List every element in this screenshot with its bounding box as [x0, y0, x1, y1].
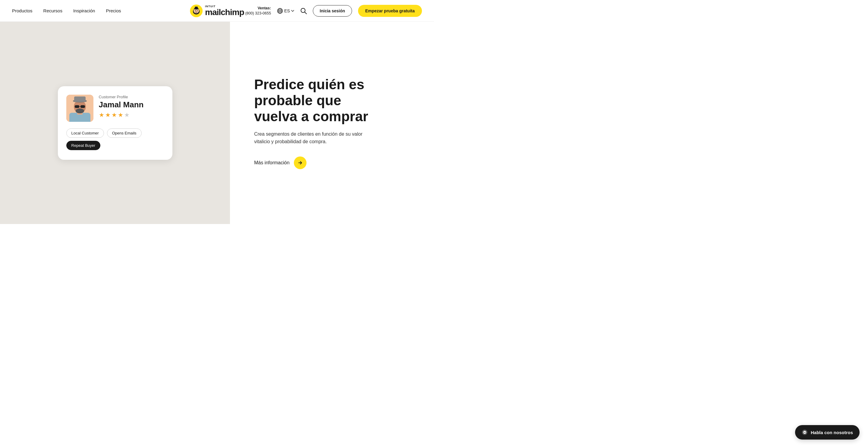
left-panel: Customer Profile Jamal Mann ★ ★ ★ ★ ★ Lo… — [0, 22, 230, 224]
star-4: ★ — [118, 111, 123, 118]
svg-point-4 — [197, 10, 198, 11]
lang-label: ES — [284, 8, 290, 13]
tag-local-customer: Local Customer — [66, 128, 104, 138]
nav-right: Ventas: (800) 323-0655 ES Inicia sesión … — [245, 5, 422, 17]
svg-rect-7 — [195, 7, 198, 9]
login-button[interactable]: Inicia sesión — [313, 5, 352, 17]
star-2: ★ — [105, 111, 111, 118]
right-panel: Predice quién es probable que vuelva a c… — [230, 22, 434, 224]
mailchimp-freddie-icon — [190, 4, 203, 17]
svg-rect-23 — [81, 105, 85, 108]
tag-repeat-buyer: Repeat Buyer — [66, 141, 101, 150]
language-selector[interactable]: ES — [277, 8, 294, 14]
logo-area[interactable]: INTUIT mailchimp — [190, 4, 244, 17]
more-info-link[interactable]: Más información — [254, 156, 410, 169]
avatar — [66, 95, 93, 122]
svg-line-14 — [305, 12, 307, 14]
main-subtext: Crea segmentos de clientes en función de… — [254, 130, 375, 146]
arrow-right-icon — [298, 160, 303, 166]
star-5: ★ — [124, 111, 130, 118]
navbar: Productos Recursos Inspiración Precios I… — [0, 0, 434, 22]
nav-link-productos[interactable]: Productos — [12, 8, 33, 13]
more-info-label: Más información — [254, 160, 289, 166]
card-tags: Local Customer Opens Emails Repeat Buyer — [66, 128, 163, 150]
arrow-circle — [294, 156, 307, 169]
nav-left: Productos Recursos Inspiración Precios — [12, 8, 121, 13]
svg-rect-22 — [75, 105, 79, 108]
star-1: ★ — [99, 111, 104, 118]
globe-icon — [277, 8, 283, 14]
nav-link-recursos[interactable]: Recursos — [43, 8, 62, 13]
main-content: Customer Profile Jamal Mann ★ ★ ★ ★ ★ Lo… — [0, 22, 434, 224]
chevron-down-icon — [291, 10, 294, 12]
phone-info: Ventas: (800) 323-0655 — [245, 6, 271, 16]
svg-point-19 — [76, 109, 84, 113]
card-top: Customer Profile Jamal Mann ★ ★ ★ ★ ★ — [66, 95, 163, 122]
svg-point-5 — [196, 11, 197, 11]
svg-rect-21 — [74, 96, 86, 102]
nav-link-inspiracion[interactable]: Inspiración — [73, 8, 95, 13]
phone-number[interactable]: (800) 323-0655 — [245, 11, 271, 16]
nav-link-precios[interactable]: Precios — [106, 8, 121, 13]
phone-label: Ventas: — [258, 6, 271, 10]
star-rating: ★ ★ ★ ★ ★ — [99, 111, 144, 118]
svg-point-3 — [195, 10, 196, 11]
card-info: Customer Profile Jamal Mann ★ ★ ★ ★ ★ — [99, 95, 144, 119]
tag-opens-emails: Opens Emails — [107, 128, 142, 138]
profile-card: Customer Profile Jamal Mann ★ ★ ★ ★ ★ Lo… — [58, 86, 173, 160]
card-label: Customer Profile — [99, 95, 144, 99]
star-3: ★ — [112, 111, 117, 118]
mailchimp-logo-text: mailchimp — [205, 8, 244, 17]
free-trial-button[interactable]: Empezar prueba gratuita — [358, 5, 422, 17]
search-icon[interactable] — [300, 7, 307, 14]
main-heading: Predice quién es probable que vuelva a c… — [254, 77, 387, 124]
card-name: Jamal Mann — [99, 100, 144, 109]
logo-text-wrapper: INTUIT mailchimp — [205, 5, 244, 17]
